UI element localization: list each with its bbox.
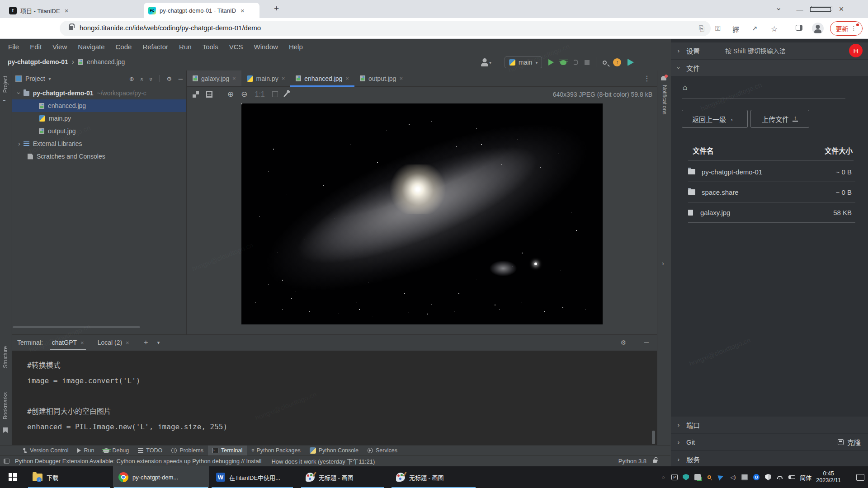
hide-panel-icon[interactable]: ─ (179, 75, 183, 82)
breadcrumb-file[interactable]: enhanced.jpg (87, 58, 125, 66)
bluetooth-icon[interactable]: B (753, 474, 760, 481)
zoom-actual-size[interactable]: 1:1 (255, 90, 265, 99)
menu-vcs[interactable]: VCS (224, 43, 249, 51)
bookmark-list-icon[interactable]: ⎘ (699, 24, 704, 33)
color-picker-icon[interactable] (283, 91, 288, 97)
terminal-scrollbar[interactable] (652, 431, 655, 444)
user-access-icon[interactable]: ▾ (480, 57, 491, 67)
menu-help[interactable]: Help (283, 43, 308, 51)
home-icon[interactable]: ⌂ (683, 83, 687, 92)
close-icon[interactable]: × (80, 339, 84, 346)
debug-button[interactable] (560, 60, 566, 65)
password-key-icon[interactable]: ⚿ (715, 24, 720, 33)
close-icon[interactable]: × (232, 75, 236, 82)
tab-output[interactable]: output.jpg × (354, 70, 408, 86)
transparency-checker-icon[interactable] (193, 91, 199, 98)
speaker-icon[interactable]: ◁) (729, 474, 736, 481)
tab-galaxy[interactable]: galaxy.jpg × (187, 70, 241, 86)
stripe-project-label[interactable]: Project (2, 76, 9, 93)
tree-root-row[interactable]: › py-chatgpt-demo-01 ~/workspace/py-c (12, 87, 186, 99)
menu-view[interactable]: View (47, 43, 72, 51)
search-everywhere-icon[interactable] (603, 61, 607, 65)
close-icon[interactable]: × (345, 75, 349, 82)
terminal-hide-icon[interactable]: ─ (644, 339, 649, 346)
chrome-update-button[interactable]: 更新 ⋮ (830, 21, 863, 36)
menu-tools[interactable]: Tools (197, 43, 224, 51)
layout-icon[interactable] (4, 459, 9, 464)
chevron-down-icon[interactable]: ▾ (49, 76, 51, 81)
ime-indicator[interactable]: 简体 (800, 473, 811, 482)
expand-all-icon[interactable]: « (139, 77, 146, 80)
toolwindow-run[interactable]: Run (73, 446, 99, 455)
taskbar-paint-2[interactable]: 无标题 - 画图 (391, 466, 476, 488)
stop-button[interactable] (585, 60, 590, 65)
hidden-panel-chevron-icon[interactable]: › (662, 259, 664, 267)
status-link[interactable]: How does it work (yesterday 下午11:21) (271, 457, 375, 465)
dish-icon[interactable]: ◌ (660, 474, 667, 481)
user-avatar[interactable]: H (849, 44, 863, 57)
close-tab-icon[interactable]: × (65, 7, 69, 14)
status-message[interactable]: Python Debugger Extension Available: Cyt… (15, 458, 261, 465)
plane-icon[interactable] (717, 474, 725, 481)
project-panel-title[interactable]: Project (25, 75, 45, 82)
wifi-icon[interactable] (776, 474, 783, 481)
start-button[interactable] (0, 466, 25, 488)
tree-item-mainpy[interactable]: main.py (12, 112, 186, 125)
run-config-selector[interactable]: main ▾ (505, 56, 542, 68)
action-center-icon[interactable] (856, 474, 864, 481)
toolwindow-terminal[interactable]: ›_ Terminal (208, 446, 247, 455)
menu-navigate[interactable]: Navigate (72, 43, 110, 51)
files-section-header[interactable]: › 文件 (671, 60, 868, 76)
tab-search-icon[interactable]: › (774, 0, 783, 19)
bookmark-star-icon[interactable]: ☆ (771, 24, 778, 34)
orange-search-icon[interactable] (706, 474, 713, 481)
file-row-spaceshare[interactable]: space.share ~ 0 B (688, 182, 855, 202)
restore-icon[interactable] (810, 5, 831, 13)
menu-edit[interactable]: Edit (24, 43, 47, 51)
taskbar-downloads[interactable]: 下载 (27, 466, 111, 488)
tab-mainpy[interactable]: main.py × (241, 70, 291, 86)
services-section-header[interactable]: › 服务 (671, 451, 868, 467)
zoom-in-icon[interactable]: ⊕ (227, 89, 234, 99)
assistant-icon[interactable] (627, 59, 634, 66)
fit-zoom-icon[interactable] (272, 91, 278, 97)
toolwindow-python-console[interactable]: Python Console (305, 446, 363, 455)
ports-section-header[interactable]: › 端口 (671, 417, 868, 433)
terminal-tab-local[interactable]: Local (2) × (95, 335, 132, 350)
terminal-gear-icon[interactable]: ⚙ (621, 339, 627, 346)
locate-file-icon[interactable]: ⊕ (129, 75, 134, 82)
tree-item-enhanced[interactable]: enhanced.jpg (12, 99, 186, 112)
menu-code[interactable]: Code (110, 43, 137, 51)
toolwindow-todo[interactable]: TODO (133, 446, 167, 455)
toolwindow-python-packages[interactable]: « Python Packages (247, 446, 305, 455)
run-button[interactable] (548, 59, 554, 66)
close-icon[interactable]: × (282, 75, 285, 82)
horizontal-scrollbar[interactable] (13, 326, 140, 328)
battery-icon[interactable] (788, 474, 795, 481)
file-row-galaxy[interactable]: galaxy.jpg 58 KB (688, 202, 855, 223)
breadcrumb-project[interactable]: py-chatgpt-demo-01 (8, 58, 68, 66)
close-icon[interactable]: × (126, 339, 129, 346)
settings-section-header[interactable]: › 设置 按 Shift 键切换输入法 (671, 42, 868, 59)
pixel-grid-icon[interactable] (206, 91, 212, 98)
collapse-all-icon[interactable]: » (148, 77, 155, 80)
ide-update-icon[interactable]: ↑ (613, 58, 621, 66)
terminal-dropdown-icon[interactable]: ▾ (157, 340, 160, 346)
toolwindow-services[interactable]: Services (363, 446, 402, 455)
go-up-button[interactable]: 返回上一级 ← (682, 110, 748, 128)
tree-item-external-libraries[interactable]: › External Libraries (12, 137, 186, 150)
browser-menu-icon[interactable]: ⋮ (851, 25, 857, 32)
notifications-bell-icon[interactable] (661, 76, 666, 80)
translate-icon[interactable]: 譯 (732, 24, 739, 34)
upload-button[interactable]: 上传文件 ↑ (750, 110, 809, 128)
toolwindow-problems[interactable]: ! Problems (167, 446, 208, 455)
profile-button[interactable] (573, 60, 578, 65)
taskbar-paint-1[interactable]: 无标题 - 画图 (300, 466, 385, 488)
toolwindow-version-control[interactable]: Version Control (18, 446, 73, 455)
taskbar-chrome[interactable]: py-chatgpt-dem... (113, 466, 209, 488)
menu-run[interactable]: Run (174, 43, 197, 51)
git-section-header[interactable]: › Git 克隆 (671, 434, 868, 450)
taskbar-word[interactable]: W 在TitanIDE中使用... (211, 466, 294, 488)
close-tab-icon[interactable]: × (241, 7, 245, 14)
tab-enhanced[interactable]: enhanced.jpg × (290, 70, 354, 86)
